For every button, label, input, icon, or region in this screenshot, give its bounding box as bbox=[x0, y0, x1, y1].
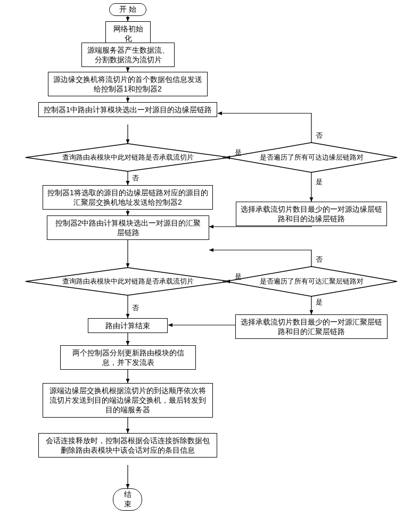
decision-traverse-edge: 是否遍历了所有可达边缘层链路对 bbox=[226, 143, 397, 172]
start-terminator: 开 始 bbox=[109, 3, 146, 16]
end-terminator: 结束 bbox=[113, 488, 142, 511]
process-select-min-agg: 选择承载流切片数目最少的一对源汇聚层链路和目的汇聚层链路 bbox=[235, 314, 388, 339]
decision-carry-slice-2: 查询路由表模块中此对链路是否承载流切片 bbox=[26, 268, 230, 295]
decision-text-4: 是否遍历了所有可达汇聚层链路对 bbox=[226, 277, 397, 286]
process-ctrl2-select: 控制器2中路由计算模块选出一对源目的汇聚层链路 bbox=[47, 215, 209, 240]
process-route-done: 路由计算结束 bbox=[88, 318, 168, 333]
process-forward-slices: 源端边缘层交换机根据流切片的到达顺序依次将流切片发送到目的端边缘层交换机，最后转… bbox=[43, 383, 213, 418]
decision-text-1: 查询路由表模块中此对链路是否承载流切片 bbox=[26, 153, 230, 162]
label-no-3: 否 bbox=[132, 303, 139, 313]
decision-carry-slice-1: 查询路由表模块中此对链路是否承载流切片 bbox=[26, 144, 230, 171]
process-release-session: 会话连接释放时，控制器根据会话连接拆除数据包删除路由表模块中该会话对应的条目信息 bbox=[38, 433, 217, 458]
label-yes-2: 是 bbox=[316, 177, 323, 187]
label-no-1: 否 bbox=[132, 173, 139, 183]
label-yes-4: 是 bbox=[316, 297, 323, 307]
decision-traverse-agg: 是否遍历了所有可达汇聚层链路对 bbox=[226, 267, 397, 296]
process-select-min-edge: 选择承载流切片数目最少的一对源边缘层链路和目的边缘层链路 bbox=[236, 202, 387, 226]
process-ctrl1-select: 控制器1中路由计算模块选出一对源目的边缘层链路 bbox=[38, 102, 217, 117]
process-gen-data: 源端服务器产生数据流、分割数据流为流切片 bbox=[81, 43, 175, 67]
process-send-addr: 控制器1将选取的源目的边缘层链路对应的源目的汇聚层交换机地址发送给控制器2 bbox=[43, 185, 213, 210]
label-no-4: 否 bbox=[316, 255, 323, 264]
decision-text-2: 是否遍历了所有可达边缘层链路对 bbox=[226, 153, 397, 162]
decision-text-3: 查询路由表模块中此对链路是否承载流切片 bbox=[26, 277, 230, 286]
process-update-route: 两个控制器分别更新路由模块的信息，并下发流表 bbox=[60, 345, 196, 370]
label-no-2: 否 bbox=[316, 131, 323, 140]
process-send-packet-info: 源边缘交换机将流切片的首个数据包信息发送给控制器1和控制器2 bbox=[48, 72, 208, 96]
